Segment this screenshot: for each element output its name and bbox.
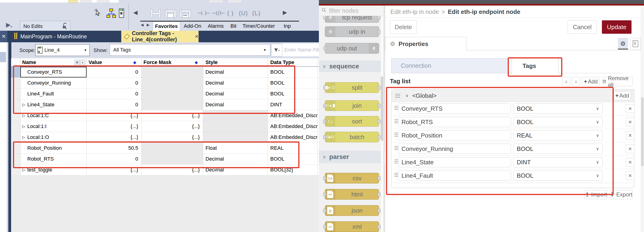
palette-node-join[interactable]: ∷ ▶ join: [325, 100, 379, 111]
table-row[interactable]: Robot_Position 50.5 Float REAL: [11, 143, 319, 154]
tabs-scroll-right-icon[interactable]: ▶: [147, 23, 150, 27]
sort-asc-icon[interactable]: ▲: [80, 60, 85, 65]
table-row[interactable]: ▷Local:1:I {...} {...} AB:Embedded_Discr…: [11, 121, 319, 132]
breadcrumb-parent[interactable]: Edit eth-ip in node: [390, 8, 439, 15]
description-doc-button[interactable]: [630, 38, 641, 49]
table-row[interactable]: Conveyor_RTS 0 Decimal BOOL: [11, 67, 319, 78]
drag-handle-icon[interactable]: [395, 94, 400, 98]
tag-name-cell[interactable]: ▷Local:1:I: [20, 121, 87, 132]
node-input-port[interactable]: [323, 46, 326, 50]
tag-type-select[interactable]: BOOL∨: [513, 171, 602, 181]
group-add-button[interactable]: +Add: [614, 91, 631, 100]
doc-tab-mainroutine[interactable]: MainProgram - MainRoutine: [14, 31, 87, 42]
scope-dropdown[interactable]: Line_4 ▼: [35, 44, 90, 56]
tag-forcemask-cell[interactable]: {...}: [142, 165, 203, 175]
instruction-tab-favorites[interactable]: Favorites: [153, 22, 180, 31]
tag-name-input[interactable]: [398, 117, 511, 127]
tab-properties[interactable]: ⚙ Properties: [385, 37, 466, 51]
tag-value-cell[interactable]: 0: [87, 88, 142, 99]
contact-xic-icon[interactable]: ⊣ ⊢: [197, 10, 210, 17]
tag-name-cell[interactable]: ▷test_toggle: [20, 165, 87, 175]
node-output-port[interactable]: [378, 193, 381, 197]
tag-value-cell[interactable]: {...}: [87, 121, 142, 132]
value-monitor-icon[interactable]: ◆: [133, 60, 136, 65]
expand-icon[interactable]: ▷: [22, 102, 25, 107]
palette-filter-input[interactable]: [328, 7, 376, 14]
rung-branch-button[interactable]: [164, 7, 176, 19]
tag-datatype-cell[interactable]: BOOL: [268, 78, 318, 88]
tag-datatype-cell[interactable]: BOOL[32]: [268, 165, 318, 175]
node-output-port[interactable]: [378, 209, 381, 213]
network-browse-icon[interactable]: [106, 8, 117, 19]
panel-scrollbar[interactable]: [641, 5, 644, 232]
instruction-tab-timercounter[interactable]: Timer/Counter: [242, 23, 275, 29]
row-gutter[interactable]: [11, 154, 20, 165]
tag-value-cell[interactable]: 50.5: [87, 143, 142, 154]
row-gutter[interactable]: [11, 121, 20, 132]
tag-name-cell[interactable]: Line4_Fault: [20, 88, 87, 99]
coil-otl-icon[interactable]: (L): [252, 10, 260, 17]
table-row[interactable]: Conveyor_Running 0 Decimal BOOL: [11, 78, 319, 88]
instruction-tab-input[interactable]: Inp: [284, 23, 291, 29]
tag-name-cell[interactable]: ▷Local:1:C: [20, 110, 87, 121]
palette-section-parser[interactable]: ∨ parser: [319, 151, 384, 163]
table-row[interactable]: ▷test_toggle {...} {...} Decimal BOOL[32…: [11, 165, 319, 175]
column-header-forcemask[interactable]: Force Mask◆: [142, 58, 203, 67]
toolbar-drag-handle[interactable]: [128, 4, 130, 30]
table-row[interactable]: ▷Local:1:O {...} {...} AB:Embedded_Discr…: [11, 132, 319, 143]
tag-datatype-cell[interactable]: BOOL: [268, 154, 318, 165]
tag-style-cell[interactable]: Decimal: [203, 165, 268, 175]
tag-datatype-cell[interactable]: AB:Embedded_Discre...: [268, 132, 318, 143]
tag-datatype-cell[interactable]: AB:Embedded_Discre...: [268, 121, 318, 132]
tag-style-cell[interactable]: Decimal: [203, 99, 268, 110]
tag-forcemask-cell[interactable]: {...}: [142, 132, 203, 143]
tag-name-input[interactable]: [398, 130, 511, 141]
tab-connection[interactable]: Connection: [391, 58, 508, 73]
tab-tags[interactable]: Tags: [512, 58, 558, 74]
node-output-port[interactable]: [378, 135, 381, 139]
expand-icon[interactable]: ▷: [22, 124, 25, 129]
tag-value-cell[interactable]: 0: [87, 99, 142, 110]
palette-scrollbar[interactable]: [381, 16, 383, 232]
table-row[interactable]: Robot_RTS 0 Decimal BOOL: [11, 154, 319, 165]
tag-name-input[interactable]: [398, 171, 511, 181]
node-output-port[interactable]: [378, 30, 381, 34]
tag-group-header[interactable]: ∨ <Global> +Add: [392, 89, 634, 102]
node-output-port[interactable]: [378, 86, 381, 90]
edits-menu-icon[interactable]: ▶▾: [6, 21, 12, 28]
remove-tag-button[interactable]: ×: [626, 118, 634, 126]
expand-icon[interactable]: ▷: [22, 113, 25, 118]
update-button[interactable]: Update: [602, 20, 632, 34]
tag-type-select[interactable]: BOOL∨: [513, 104, 602, 114]
tag-type-select[interactable]: BOOL∨: [513, 117, 602, 127]
scrollbar-thumb[interactable]: [641, 97, 644, 166]
tag-style-cell[interactable]: Decimal: [203, 88, 268, 99]
column-header-name[interactable]: Name ▤▲: [20, 58, 87, 67]
palette-node-html[interactable]: <> html: [325, 189, 379, 200]
tag-name-input[interactable]: [398, 104, 511, 114]
palette-node-csv[interactable]: 1,2 csv: [325, 173, 379, 184]
tag-name-cell[interactable]: ▷Local:1:O: [20, 132, 87, 143]
force-monitor-icon[interactable]: ◆: [194, 60, 198, 65]
tag-style-cell[interactable]: Float: [203, 143, 268, 154]
tabs-scroll-left-icon[interactable]: ◀: [141, 23, 144, 27]
tag-value-cell[interactable]: 0: [87, 67, 142, 78]
remove-tag-button[interactable]: ×: [626, 158, 634, 167]
table-row[interactable]: ▷Line4_State 0 Decimal DINT: [11, 99, 319, 110]
tag-name-cell[interactable]: Robot_Position: [20, 143, 87, 154]
tag-forcemask-cell[interactable]: {...}: [142, 110, 203, 121]
show-dropdown[interactable]: All Tags ▼: [110, 44, 270, 56]
tag-datatype-cell[interactable]: BOOL: [268, 67, 318, 78]
tag-style-cell[interactable]: Decimal: [203, 154, 268, 165]
scrollbar-thumb[interactable]: [381, 76, 383, 141]
tag-name-input[interactable]: [398, 157, 511, 167]
palette-node-batch[interactable]: ∷▶∷ batch: [325, 132, 379, 142]
delete-button[interactable]: Delete: [390, 20, 417, 34]
tag-value-cell[interactable]: {...}: [87, 110, 142, 121]
instruction-tab-addon[interactable]: Add-On: [184, 23, 201, 29]
rung-branch-level-button[interactable]: [179, 7, 191, 19]
tag-value-cell[interactable]: 0: [87, 78, 142, 88]
palette-node-json[interactable]: {} json: [325, 205, 379, 216]
tag-datatype-cell[interactable]: AB:Embedded_Discre...: [268, 110, 318, 121]
expand-icon[interactable]: ▷: [22, 168, 25, 172]
